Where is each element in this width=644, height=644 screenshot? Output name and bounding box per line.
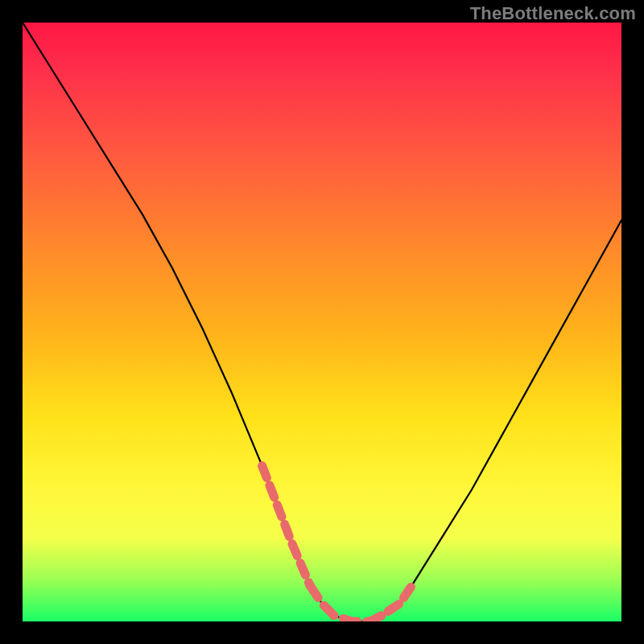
watermark-text: TheBottleneck.com	[470, 3, 636, 24]
highlight-segment	[262, 466, 311, 586]
chart-frame: TheBottleneck.com	[0, 0, 644, 644]
curve-highlights	[262, 466, 412, 621]
curve-line	[23, 23, 621, 621]
chart-svg	[23, 23, 621, 621]
chart-plot-area	[23, 23, 621, 621]
highlight-segment	[370, 585, 412, 621]
highlight-segment	[310, 585, 369, 621]
